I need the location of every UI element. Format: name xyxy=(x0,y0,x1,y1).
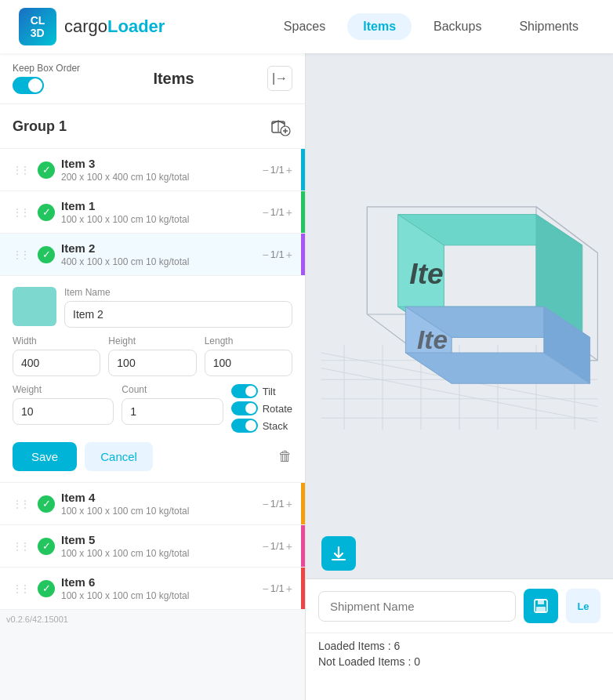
decrement-count[interactable]: − xyxy=(263,540,269,553)
check-icon: ✓ xyxy=(38,495,55,513)
item-dims: 400 x 100 x 100 cm 10 kg/total xyxy=(61,256,256,267)
rotate-toggle[interactable] xyxy=(231,401,258,415)
save-button[interactable]: Save xyxy=(13,442,77,471)
increment-count[interactable]: + xyxy=(286,164,292,176)
delete-button[interactable]: 🗑 xyxy=(278,448,292,465)
keep-box-toggle[interactable] xyxy=(13,77,44,94)
main-nav: Spaces Items Backups Shipments xyxy=(268,13,594,40)
download-button[interactable] xyxy=(321,536,356,571)
stack-toggle-group: Stack xyxy=(231,419,292,433)
shipment-save-button[interactable] xyxy=(524,589,558,623)
item-color-indicator xyxy=(301,483,305,524)
item-info: Item 3 200 x 100 x 400 cm 10 kg/total xyxy=(61,157,256,183)
decrement-count[interactable]: − xyxy=(263,164,269,176)
weight-input[interactable] xyxy=(13,398,114,425)
decrement-count[interactable]: − xyxy=(263,248,269,261)
count-input[interactable] xyxy=(122,398,223,425)
item-dims: 100 x 100 x 100 cm 10 kg/total xyxy=(61,590,256,601)
check-icon: ✓ xyxy=(38,204,55,221)
item-info: Item 6 100 x 100 x 100 cm 10 kg/total xyxy=(61,575,256,601)
shipment-stats: Loaded Items : 6 Not Loaded Items : 0 xyxy=(306,633,613,674)
list-item[interactable]: ✓ Item 1 100 x 100 x 100 cm 10 kg/total … xyxy=(0,191,305,234)
item-dims: 200 x 100 x 400 cm 10 kg/total xyxy=(61,172,256,183)
3d-canvas[interactable]: Ite Ite xyxy=(306,53,613,575)
svg-text:Ite: Ite xyxy=(409,256,443,289)
item-count: − 1/1 + xyxy=(263,206,292,219)
toggles-group: Tilt Rotate Stack xyxy=(231,384,292,434)
length-label: Length xyxy=(205,335,292,346)
length-input[interactable] xyxy=(205,350,292,376)
stack-toggle[interactable] xyxy=(231,419,258,433)
increment-count[interactable]: + xyxy=(286,498,292,510)
check-icon: ✓ xyxy=(38,538,55,555)
form-actions: Save Cancel 🗑 xyxy=(13,442,292,471)
increment-count[interactable]: + xyxy=(286,206,292,219)
increment-count[interactable]: + xyxy=(286,540,292,553)
logo-icon: CL3D xyxy=(19,8,56,45)
item-dims: 100 x 100 x 100 cm 10 kg/total xyxy=(61,548,256,559)
item-color-indicator xyxy=(301,525,305,567)
list-item[interactable]: ✓ Item 2 400 x 100 x 100 cm 10 kg/total … xyxy=(0,234,305,276)
count-group: Count xyxy=(122,384,223,434)
logo-text: cargoLoader xyxy=(64,16,165,37)
collapse-button[interactable]: |→ xyxy=(267,66,292,91)
item-name: Item 3 xyxy=(61,157,256,170)
decrement-count[interactable]: − xyxy=(263,498,269,510)
item-preview-row: Item Name xyxy=(13,287,292,328)
shipment-name-input[interactable] xyxy=(318,591,516,622)
add-group-button[interactable] xyxy=(267,114,292,139)
height-group: Height xyxy=(108,335,196,376)
item-name-label: Item Name xyxy=(64,287,292,298)
item-name-input[interactable] xyxy=(64,301,292,328)
increment-count[interactable]: + xyxy=(286,248,292,261)
item-dims: 100 x 100 x 100 cm 10 kg/total xyxy=(61,506,256,517)
cancel-button[interactable]: Cancel xyxy=(85,442,153,471)
loaded-items-stat: Loaded Items : 6 xyxy=(318,640,600,652)
items-list: ✓ Item 3 200 x 100 x 400 cm 10 kg/total … xyxy=(0,149,305,700)
length-group: Length xyxy=(205,335,292,376)
save-icon xyxy=(532,597,550,615)
list-item[interactable]: ✓ Item 4 100 x 100 x 100 cm 10 kg/total … xyxy=(0,483,305,525)
collapse-icon: |→ xyxy=(272,71,288,85)
increment-count[interactable]: + xyxy=(286,582,292,595)
item-color-indicator xyxy=(301,568,305,609)
decrement-count[interactable]: − xyxy=(263,582,269,595)
3d-viewport-svg: Ite Ite xyxy=(306,181,613,448)
shipment-bar: Le Loaded Items : 6 Not Loaded Items : 0 xyxy=(306,578,613,700)
count-value: 1/1 xyxy=(270,248,285,260)
count-value: 1/1 xyxy=(270,498,285,510)
rotate-label: Rotate xyxy=(263,403,292,415)
count-value: 1/1 xyxy=(270,540,285,552)
right-panel: Ite Ite xyxy=(306,53,613,700)
name-group: Item Name xyxy=(64,287,292,328)
nav-items[interactable]: Items xyxy=(347,13,412,40)
item-info: Item 5 100 x 100 x 100 cm 10 kg/total xyxy=(61,533,256,559)
decrement-count[interactable]: − xyxy=(263,206,269,219)
item-edit-form: Item Name Width Height Length xyxy=(0,276,305,483)
item-info: Item 4 100 x 100 x 100 cm 10 kg/total xyxy=(61,491,256,517)
item-dims: 100 x 100 x 100 cm 10 kg/total xyxy=(61,214,256,225)
svg-rect-22 xyxy=(538,600,544,604)
remaining-button[interactable]: Le xyxy=(566,589,600,623)
check-icon: ✓ xyxy=(38,161,55,179)
item-color-preview xyxy=(13,287,56,326)
weight-count-row: Weight Count Tilt Rot xyxy=(13,384,292,434)
height-input[interactable] xyxy=(108,350,196,376)
count-value: 1/1 xyxy=(270,582,285,594)
weight-label: Weight xyxy=(13,384,114,395)
nav-backups[interactable]: Backups xyxy=(418,13,497,40)
weight-group: Weight xyxy=(13,384,114,434)
nav-shipments[interactable]: Shipments xyxy=(503,13,594,40)
rotate-toggle-group: Rotate xyxy=(231,401,292,415)
download-icon xyxy=(330,545,347,562)
panel-header: Keep Box Order Items |→ xyxy=(0,53,305,104)
width-input[interactable] xyxy=(13,350,100,376)
nav-spaces[interactable]: Spaces xyxy=(268,13,341,40)
tilt-toggle[interactable] xyxy=(231,384,258,398)
list-item[interactable]: ✓ Item 5 100 x 100 x 100 cm 10 kg/total … xyxy=(0,525,305,568)
list-item[interactable]: ✓ Item 6 100 x 100 x 100 cm 10 kg/total … xyxy=(0,568,305,610)
count-label: Count xyxy=(122,384,223,395)
list-item[interactable]: ✓ Item 3 200 x 100 x 400 cm 10 kg/total … xyxy=(0,149,305,191)
item-info: Item 1 100 x 100 x 100 cm 10 kg/total xyxy=(61,199,256,225)
trash-icon: 🗑 xyxy=(278,448,292,464)
